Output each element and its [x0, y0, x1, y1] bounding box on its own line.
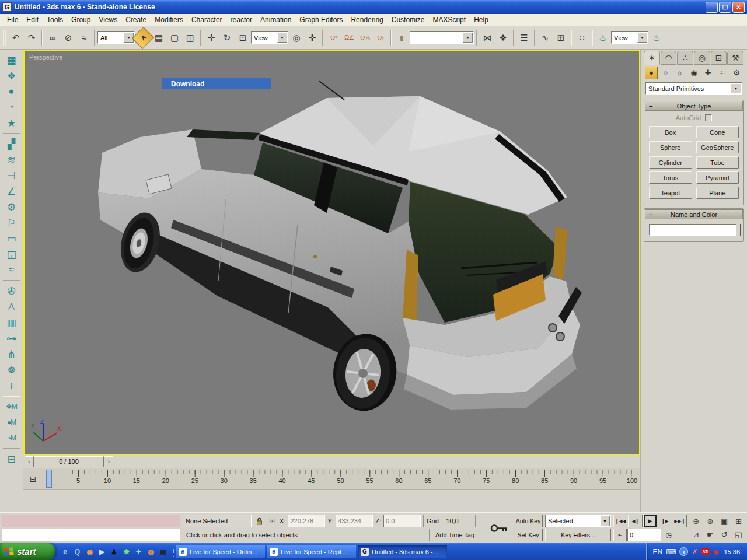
clock[interactable]: 15:36	[724, 548, 740, 555]
plane-button[interactable]: Plane	[696, 187, 739, 199]
select-and-move-icon[interactable]: ✛	[204, 30, 219, 46]
reactor-toy-car-icon[interactable]: ▭	[3, 231, 20, 246]
add-time-tag-button[interactable]: Add Time Tag	[432, 528, 484, 541]
zoom-extents-icon[interactable]: ▣	[718, 514, 731, 528]
track-bar[interactable]: ⊟ 05101520253035404550556065707580859095…	[23, 468, 640, 490]
go-to-start-button[interactable]: ❙◀◀	[613, 514, 627, 527]
category-space-warps-icon[interactable]: ≈	[716, 66, 729, 79]
material-editor-icon[interactable]: ∷	[574, 30, 589, 46]
reactor-plane-icon[interactable]: ▞	[3, 136, 20, 152]
schematic-view-icon[interactable]: ⊞	[553, 30, 568, 46]
rope-collection-icon[interactable]: ◔	[3, 100, 20, 115]
zoom-extents-all-icon[interactable]: ⊞	[732, 514, 745, 528]
hide-tray-icons-arrow[interactable]: ‹	[679, 547, 688, 556]
reactor-angular-dashpot-icon[interactable]: ∠	[3, 184, 20, 199]
unlink-selection-icon[interactable]: ⊘	[61, 30, 76, 46]
category-cameras-icon[interactable]: ◉	[687, 66, 700, 79]
player-quicklaunch-icon[interactable]: ▶	[97, 547, 107, 556]
menu-graph-editors[interactable]: Graph Editors	[295, 15, 347, 25]
ie-quicklaunch-icon[interactable]: e	[60, 547, 70, 556]
firefox-quicklaunch-icon[interactable]: ◍	[146, 547, 156, 556]
select-and-link-icon[interactable]: ∞	[45, 30, 60, 46]
sphere-button[interactable]: Sphere	[649, 141, 692, 153]
object-color-swatch[interactable]	[740, 224, 741, 236]
render-scene-icon[interactable]: ♨	[595, 30, 610, 46]
tab-create[interactable]: ✶	[644, 51, 660, 65]
reactor-spring-icon[interactable]: ≋	[3, 152, 20, 167]
tab-utilities[interactable]: ⚒	[727, 51, 743, 65]
network-quicklaunch-icon[interactable]: ✦	[134, 547, 144, 556]
time-configuration-icon[interactable]: ◷	[662, 528, 675, 541]
quick-render-icon[interactable]: ♨	[649, 30, 664, 46]
time-slider-track[interactable]: ‹ 0 / 100 ›	[23, 455, 640, 468]
time-slider-handle[interactable]: ‹ 0 / 100 ›	[25, 456, 113, 467]
macro-recorder-field[interactable]	[2, 514, 180, 527]
menu-reactor[interactable]: reactor	[226, 15, 256, 25]
menu-tools[interactable]: Tools	[43, 15, 67, 25]
msn-quicklaunch-icon[interactable]: ❋	[121, 547, 131, 556]
tab-modify[interactable]: ◠	[661, 51, 677, 65]
go-to-end-button[interactable]: ▶▶❙	[673, 514, 687, 527]
minimize-button[interactable]: _	[706, 2, 718, 13]
tab-display[interactable]: ⊡	[711, 51, 727, 65]
z-coordinate-field[interactable]	[383, 514, 421, 527]
ati-tray-icon[interactable]: ATI	[701, 548, 710, 555]
select-and-scale-icon[interactable]: ⊡	[235, 30, 250, 46]
snap-toggle-3d-icon[interactable]: Ω³	[326, 30, 341, 46]
absolute-mode-icon[interactable]: ⊡	[267, 514, 277, 527]
object-type-rollout-header[interactable]: − Object Type	[645, 101, 743, 111]
category-shapes-icon[interactable]: ○	[659, 66, 672, 79]
perspective-viewport[interactable]: Perspective	[23, 50, 640, 455]
menu-character[interactable]: Character	[187, 15, 226, 25]
graphics-tray-icon[interactable]: ◆	[713, 548, 718, 556]
category-geometry-icon[interactable]: ●	[645, 66, 658, 79]
current-frame-indicator[interactable]	[46, 470, 52, 488]
menu-maxscript[interactable]: MAXScript	[428, 15, 470, 25]
menu-animation[interactable]: Animation	[256, 15, 295, 25]
zoom-icon[interactable]: ⊕	[689, 514, 703, 528]
listener-field[interactable]	[2, 528, 180, 541]
field-of-view-icon[interactable]: ⊿	[689, 528, 703, 542]
named-selection-dropdown[interactable]	[410, 32, 474, 44]
previous-frame-button[interactable]: ◀❙	[628, 514, 642, 527]
next-frame-arrow[interactable]: ›	[104, 456, 113, 467]
reactor-muscle-icon[interactable]: ≀	[3, 378, 20, 393]
angle-snap-toggle-icon[interactable]: Ω∠	[341, 30, 357, 46]
tube-button[interactable]: Tube	[696, 156, 739, 169]
download-banner[interactable]: Download	[162, 78, 271, 89]
rigid-body-collection-icon[interactable]: ▦	[3, 52, 20, 68]
cone-button[interactable]: Cone	[696, 126, 739, 138]
restore-button[interactable]: ❐	[719, 2, 731, 13]
spinner-snap-toggle-icon[interactable]: Ω↕	[373, 30, 388, 46]
selection-lock-icon[interactable]	[254, 514, 264, 527]
set-key-button[interactable]: Set Key	[514, 528, 543, 541]
selection-filter-dropdown[interactable]: All	[97, 32, 135, 44]
menu-customize[interactable]: Customize	[388, 15, 429, 25]
percent-snap-toggle-icon[interactable]: Ω%	[357, 30, 372, 46]
task-live-for-speed-replay[interactable]: e Live for Speed - Repl...	[267, 545, 356, 558]
task-3ds-max[interactable]: G Untitled - 3ds max 6 -...	[358, 545, 447, 558]
key-filters-button[interactable]: Key Filters...	[545, 528, 611, 541]
tab-motion[interactable]: ◎	[694, 51, 710, 65]
rope-modifier-icon[interactable]: ◔M	[3, 430, 20, 446]
undo-icon[interactable]: ↶	[8, 30, 23, 46]
category-helpers-icon[interactable]: ✚	[701, 66, 714, 79]
category-systems-icon[interactable]: ⚙	[730, 66, 743, 79]
zoom-all-icon[interactable]: ⊛	[703, 514, 717, 528]
editor-quicklaunch-icon[interactable]: ▦	[158, 547, 168, 556]
menu-file[interactable]: File	[3, 15, 22, 25]
task-live-for-speed-online[interactable]: e Live for Speed - Onlin...	[176, 545, 265, 558]
reactor-damper-icon[interactable]: ⊣	[3, 168, 20, 183]
reactor-wind-icon[interactable]: ⚐	[3, 215, 20, 230]
layer-manager-icon[interactable]: ☰	[516, 30, 532, 46]
arc-rotate-icon[interactable]: ↺	[718, 528, 731, 542]
reactor-wheel-icon[interactable]: ☸	[3, 362, 20, 377]
select-and-manipulate-icon[interactable]: ✜	[305, 30, 320, 46]
reactor-ragdoll-icon[interactable]: ♙	[3, 299, 20, 314]
menu-rendering[interactable]: Rendering	[347, 15, 387, 25]
menu-group[interactable]: Group	[67, 15, 95, 25]
autogrid-checkbox[interactable]	[705, 114, 712, 121]
current-frame-field[interactable]	[627, 528, 661, 541]
preview-animation-icon[interactable]: ⊟	[3, 452, 20, 467]
keyboard-tray-icon[interactable]: ⌨	[666, 548, 676, 556]
